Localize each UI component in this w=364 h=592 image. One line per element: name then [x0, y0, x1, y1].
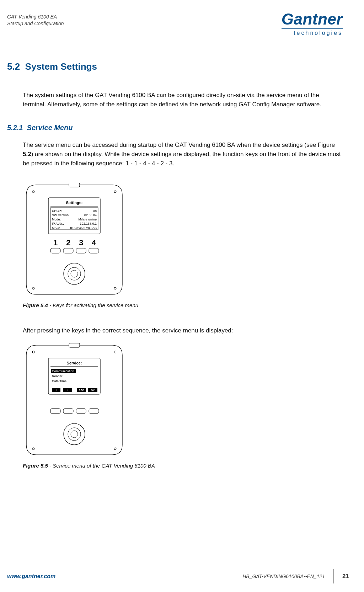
svg-point-47: [71, 431, 78, 438]
page-footer: www.gantner.com HB_GAT-VENDING6100BA--EN…: [7, 569, 357, 583]
svg-text:↓: ↓: [67, 389, 68, 392]
subsection-intro: The service menu can be accessed during …: [23, 140, 343, 169]
heading-5-2-1-title: Service Menu: [27, 124, 73, 132]
figure-ref-5-2: 5.2: [23, 151, 31, 158]
svg-point-2: [114, 191, 116, 193]
svg-text:DHCP:: DHCP:: [52, 209, 62, 213]
figure-5-5-caption: Figure 5.5 - Service menu of the GAT Ven…: [23, 463, 343, 469]
svg-point-29: [114, 448, 116, 450]
screen-title-settings: Settings:: [66, 201, 82, 205]
heading-5-2-1: 5.2.1 Service Menu: [7, 124, 343, 132]
menu-item-datetime: Date/Time: [52, 379, 66, 383]
mid-paragraph: After pressing the keys in the correct s…: [23, 326, 343, 335]
footer-doc-code: HB_GAT-VENDING6100BA--EN_121: [242, 574, 325, 579]
footer-page-number: 21: [342, 573, 357, 580]
brand-logo: Gantner technologies: [282, 11, 343, 36]
svg-point-3: [32, 287, 34, 289]
svg-rect-44: [89, 409, 99, 414]
svg-point-4: [114, 287, 116, 289]
svg-text:02.08.04: 02.08.04: [84, 213, 97, 217]
svg-rect-18: [50, 248, 60, 253]
heading-5-2-num: 5.2: [7, 61, 20, 72]
svg-point-1: [32, 191, 34, 193]
svg-rect-19: [63, 248, 73, 253]
svg-text:Mode:: Mode:: [52, 218, 61, 221]
key-label-2: 2: [66, 238, 70, 247]
svg-text:Mifare online: Mifare online: [78, 218, 97, 221]
svg-text:↑: ↑: [55, 389, 57, 392]
svg-text:MAC:: MAC:: [52, 226, 60, 230]
device-illustration-5-5: Service: Communication Reader Date/Time …: [23, 343, 126, 457]
figure-5-4-caption: Figure 5.4 - Keys for activating the ser…: [23, 302, 343, 308]
doc-header: GAT Vending 6100 BA Startup and Configur…: [7, 11, 64, 27]
heading-5-2: 5.2 System Settings: [7, 61, 343, 72]
svg-text:01:23:45:67:89:AB: 01:23:45:67:89:AB: [70, 226, 97, 230]
key-label-3: 3: [79, 238, 83, 247]
key-label-4: 4: [92, 238, 96, 247]
svg-rect-43: [76, 409, 86, 414]
brand-main: Gantner: [282, 11, 343, 27]
menu-item-reader: Reader: [52, 374, 63, 378]
section-intro: The system settings of the GAT Vending 6…: [23, 91, 343, 110]
svg-rect-25: [69, 343, 80, 347]
menu-item-communication: Communication: [52, 369, 74, 373]
heading-5-2-title: System Settings: [25, 61, 97, 72]
svg-rect-42: [63, 409, 73, 414]
device-illustration-5-4: Settings: DHCP:on SW Version:02.08.04 Mo…: [23, 183, 126, 297]
svg-point-26: [32, 351, 34, 353]
doc-title-line2: Startup and Configuration: [7, 20, 64, 27]
svg-point-24: [71, 270, 78, 277]
svg-rect-20: [76, 248, 86, 253]
key-label-1: 1: [53, 238, 58, 247]
svg-rect-41: [50, 409, 60, 414]
svg-rect-0: [69, 183, 80, 187]
svg-text:on: on: [93, 209, 97, 213]
heading-5-2-1-num: 5.2.1: [7, 124, 23, 132]
svg-text:192.168.0.1: 192.168.0.1: [80, 222, 97, 225]
svg-text:ESC: ESC: [79, 389, 84, 391]
figure-5-4: Settings: DHCP:on SW Version:02.08.04 Mo…: [23, 183, 343, 308]
footer-url: www.gantner.com: [7, 573, 55, 580]
figure-5-5: Service: Communication Reader Date/Time …: [23, 343, 343, 469]
svg-point-27: [114, 351, 116, 353]
svg-rect-21: [89, 248, 99, 253]
svg-text:OK: OK: [91, 389, 95, 391]
svg-text:SW Version:: SW Version:: [52, 213, 70, 217]
svg-point-28: [32, 448, 34, 450]
doc-title-line1: GAT Vending 6100 BA: [7, 14, 64, 20]
screen-title-service: Service:: [67, 361, 82, 365]
svg-text:IP Addr.:: IP Addr.:: [52, 222, 64, 225]
brand-sub: technologies: [282, 28, 343, 36]
